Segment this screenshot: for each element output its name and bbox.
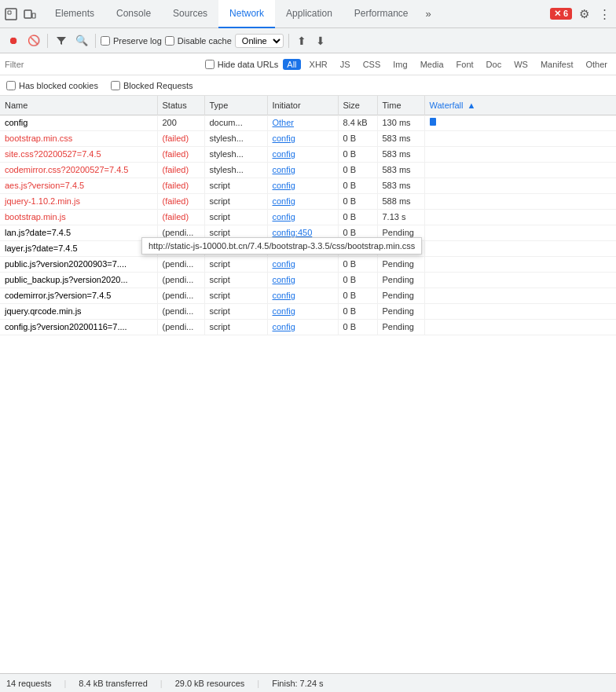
row-initiator[interactable]: config [267,193,338,209]
row-name: aes.js?version=7.4.5 [0,178,157,193]
table-row[interactable]: public_backup.js?version2020...(pendi...… [0,272,616,287]
sort-arrow: ▲ [468,101,476,110]
request-count: 14 requests [6,679,51,688]
header-type[interactable]: Type [204,96,267,115]
filter-input[interactable] [5,60,200,69]
filter-js-button[interactable]: JS [336,59,354,70]
tab-performance[interactable]: Performance [343,0,420,28]
row-status: (pendi... [157,240,204,256]
row-initiator[interactable]: config [267,130,338,146]
disable-cache-checkbox[interactable] [165,36,174,46]
settings-icon[interactable]: ⚙ [575,5,592,23]
table-row[interactable]: aes.js?version=7.4.5(failed)scriptconfig… [0,178,616,193]
more-tabs-button[interactable]: » [421,8,436,20]
row-status: (failed) [157,209,204,225]
divider-2 [95,34,96,48]
more-options-icon[interactable]: ⋮ [596,5,613,23]
filter-xhr-button[interactable]: XHR [306,59,332,70]
table-row[interactable]: layer.js?date=7.4.5(pendi...scriptconfig… [0,240,616,256]
filter-all-button[interactable]: All [283,59,300,70]
header-size[interactable]: Size [338,96,377,115]
import-har-button[interactable]: ⬆ [294,33,310,49]
checkbox-bar: Has blocked cookies Blocked Requests [0,75,616,96]
row-time: 130 ms [377,115,424,130]
filter-manifest-button[interactable]: Manifest [537,59,578,70]
row-time: 583 ms [377,146,424,162]
table-row[interactable]: site.css?20200527=7.4.5(failed)stylesh..… [0,146,616,162]
row-name: layer.js?date=7.4.5 [0,240,157,256]
filter-doc-button[interactable]: Doc [482,59,506,70]
table-row[interactable]: codemirror.css?20200527=7.4.5(failed)sty… [0,162,616,178]
row-initiator[interactable]: Other [267,115,338,130]
row-initiator[interactable]: config [267,287,338,303]
row-time: 588 ms [377,193,424,209]
row-type: script [204,319,267,335]
filter-toggle-button[interactable] [53,32,70,49]
table-row[interactable]: public.js?version20200903=7....(pendi...… [0,256,616,272]
row-type: script [204,287,267,303]
header-waterfall[interactable]: Waterfall ▲ [424,96,616,115]
has-blocked-cookies-checkbox[interactable] [6,81,16,90]
table-row[interactable]: config200docum...Other8.4 kB130 ms [0,115,616,130]
table-row[interactable]: lan.js?date=7.4.5(pendi...scriptconfig:4… [0,225,616,240]
header-name[interactable]: Name [0,96,157,115]
tab-sources[interactable]: Sources [162,0,218,28]
disable-cache-label[interactable]: Disable cache [165,36,232,46]
row-name: codemirror.css?20200527=7.4.5 [0,162,157,178]
table-row[interactable]: config.js?version20200116=7....(pendi...… [0,319,616,335]
filter-css-button[interactable]: CSS [359,59,385,70]
row-size: 0 B [338,178,377,193]
table-row[interactable]: bootstrap.min.js(failed)scriptconfig0 B7… [0,209,616,225]
row-initiator[interactable]: config [267,256,338,272]
resources-size: 29.0 kB resources [175,679,245,688]
filter-img-button[interactable]: Img [389,59,411,70]
record-button[interactable]: ⏺ [5,32,22,49]
row-initiator[interactable]: config [267,272,338,287]
responsive-icon[interactable] [22,6,38,22]
tab-network[interactable]: Network [218,0,275,28]
header-status[interactable]: Status [157,96,204,115]
table-row[interactable]: codemirror.js?version=7.4.5(pendi...scri… [0,287,616,303]
row-initiator[interactable]: config [267,240,338,256]
filter-media-button[interactable]: Media [416,59,448,70]
blocked-requests-checkbox[interactable] [111,81,120,90]
preserve-log-checkbox[interactable] [101,36,110,46]
row-initiator[interactable]: config [267,209,338,225]
row-status: (pendi... [157,303,204,319]
tab-application[interactable]: Application [275,0,343,28]
row-initiator[interactable]: config:450 [267,225,338,240]
filter-font-button[interactable]: Font [453,59,478,70]
filter-ws-button[interactable]: WS [510,59,532,70]
has-blocked-cookies-label[interactable]: Has blocked cookies [6,81,98,90]
row-initiator[interactable]: config [267,162,338,178]
row-initiator[interactable]: config [267,178,338,193]
row-waterfall [424,146,616,162]
row-initiator[interactable]: config [267,146,338,162]
row-type: script [204,178,267,193]
table-row[interactable]: jquery-1.10.2.min.js(failed)scriptconfig… [0,193,616,209]
tab-elements[interactable]: Elements [44,0,105,28]
search-button[interactable]: 🔍 [73,32,90,49]
hide-data-urls-label[interactable]: Hide data URLs [205,60,279,69]
clear-button[interactable]: 🚫 [25,32,42,49]
export-har-button[interactable]: ⬇ [313,33,328,49]
row-initiator[interactable]: config [267,303,338,319]
row-size: 0 B [338,225,377,240]
row-initiator[interactable]: config [267,319,338,335]
blocked-requests-label[interactable]: Blocked Requests [111,81,193,90]
table-row[interactable]: jquery.qrcode.min.js(pendi...scriptconfi… [0,303,616,319]
header-time[interactable]: Time [377,96,424,115]
tab-console[interactable]: Console [105,0,162,28]
filter-other-button[interactable]: Other [581,59,611,70]
preserve-log-label[interactable]: Preserve log [101,36,162,46]
hide-data-urls-checkbox[interactable] [205,60,214,69]
table-row[interactable]: bootstrap.min.css(failed)stylesh...confi… [0,130,616,146]
header-initiator[interactable]: Initiator [267,96,338,115]
network-condition-select[interactable]: Online [235,34,284,48]
filter-bar: Hide data URLs All XHR JS CSS Img Media … [0,53,616,75]
inspect-icon[interactable] [3,6,19,22]
finish-time: Finish: 7.24 s [272,679,323,688]
row-time: Pending [377,319,424,335]
row-time: Pending [377,287,424,303]
row-time: 7.13 s [377,209,424,225]
